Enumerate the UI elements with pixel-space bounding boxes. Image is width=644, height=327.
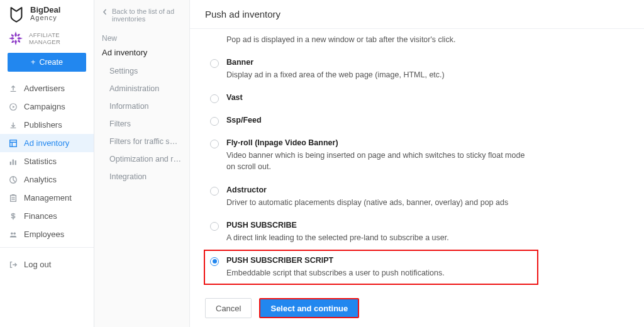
option-push-subscribe-title: PUSH SUBSCRIBE (226, 221, 624, 230)
option-vast-title: Vast (226, 93, 624, 102)
nav-campaigns[interactable]: Campaigns (0, 97, 94, 116)
pie-chart-icon (9, 175, 18, 184)
svg-marker-3 (9, 37, 14, 40)
svg-point-16 (13, 232, 16, 235)
brand: BigDeal Agency (0, 0, 94, 28)
download-icon (9, 121, 18, 130)
subnav-settings[interactable]: Settings (94, 62, 189, 80)
radio-icon[interactable] (210, 187, 219, 196)
subnav-administration[interactable]: Administration (94, 80, 189, 97)
svg-rect-11 (13, 159, 14, 165)
svg-rect-14 (11, 195, 16, 201)
option-adstructor-title: Adstructor (226, 186, 624, 194)
plus-icon: + (31, 58, 35, 67)
radio-icon[interactable] (210, 59, 219, 68)
back-link-label: Back to the list of ad inventories (112, 8, 182, 23)
option-push-subscribe-desc: A direct link leading to the selected pr… (226, 232, 528, 243)
svg-rect-10 (10, 162, 11, 165)
primary-sidebar: BigDeal Agency AFFILIATE MANAGER + Creat… (0, 0, 94, 327)
svg-marker-2 (14, 40, 17, 45)
nav-statistics[interactable]: Statistics (0, 152, 94, 170)
subnav-filters[interactable]: Filters (94, 115, 189, 133)
svg-rect-12 (15, 160, 16, 165)
option-push-subscribe[interactable]: PUSH SUBSCRIBE A direct link leading to … (208, 214, 626, 250)
svg-marker-4 (17, 34, 20, 36)
option-flyroll-desc: Video banner which is being inserted on … (226, 150, 528, 172)
option-banner-title: Banner (226, 58, 624, 67)
nav-publishers[interactable]: Publishers (0, 116, 94, 134)
select-continue-button[interactable]: Select and continue (259, 298, 359, 318)
clipboard-icon (9, 194, 18, 202)
nav-ad-inventory[interactable]: Ad inventory (0, 134, 94, 152)
svg-point-15 (11, 232, 13, 235)
back-link[interactable]: Back to the list of ad inventories (94, 5, 189, 31)
svg-marker-7 (11, 34, 14, 37)
option-pop-desc: Pop ad is displayed in a new window or t… (226, 34, 528, 45)
form-footer: Cancel Select and continue (190, 289, 644, 327)
nav-advertisers[interactable]: Advertisers (0, 79, 94, 97)
option-push-script-desc: Embeddable script that subscribes a user… (226, 267, 528, 279)
cancel-button[interactable]: Cancel (205, 298, 252, 318)
subnav-integration[interactable]: Integration (94, 168, 189, 186)
layout-icon (9, 139, 18, 148)
option-adstructor-desc: Driver to automatic placements display (… (226, 197, 528, 208)
nav-finances[interactable]: Finances (0, 207, 94, 225)
dollar-icon (9, 212, 18, 221)
users-icon (9, 230, 18, 239)
option-adstructor[interactable]: Adstructor Driver to automatic placement… (208, 179, 626, 214)
option-flyroll[interactable]: Fly-roll (Inpage Video Banner) Video ban… (208, 132, 626, 179)
role-avatar-icon (8, 30, 24, 47)
option-ssp-title: Ssp/Feed (226, 116, 624, 125)
role-row: AFFILIATE MANAGER (0, 28, 94, 53)
upload-icon (9, 84, 18, 93)
inventory-type-list: Pop ad is displayed in a new window or t… (190, 29, 644, 289)
page-title: Push ad inventory (190, 0, 644, 29)
nav-footer: Log out (0, 255, 94, 274)
radio-icon[interactable] (210, 117, 219, 126)
subnav-optimization[interactable]: Optimization and rules (94, 150, 189, 168)
radio-icon[interactable] (210, 257, 219, 266)
option-banner[interactable]: Banner Display ad in a fixed area of the… (208, 52, 626, 87)
svg-marker-5 (18, 40, 20, 43)
logo-icon (8, 5, 25, 23)
nav-logout[interactable]: Log out (0, 255, 94, 274)
svg-rect-9 (10, 140, 17, 147)
subnav-information[interactable]: Information (94, 97, 189, 115)
logout-icon (9, 260, 18, 269)
option-ssp[interactable]: Ssp/Feed (208, 109, 626, 132)
create-button[interactable]: + Create (8, 53, 86, 72)
subnav-filters-traffic[interactable]: Filters for traffic sour... (94, 133, 189, 150)
svg-marker-0 (14, 31, 17, 37)
play-circle-icon (9, 103, 18, 111)
nav-management[interactable]: Management (0, 189, 94, 207)
option-flyroll-title: Fly-roll (Inpage Video Banner) (226, 138, 624, 147)
nav-employees[interactable]: Employees (0, 225, 94, 243)
panel2-nav: Settings Administration Information Filt… (94, 62, 189, 186)
role-label: AFFILIATE MANAGER (29, 31, 86, 45)
panel2-new-label: New (94, 31, 189, 45)
svg-marker-6 (11, 40, 14, 43)
option-push-script-title: PUSH SUBSCRIBER SCRIPT (226, 256, 532, 265)
main-content: Push ad inventory Pop ad is displayed in… (190, 0, 644, 327)
brand-text: BigDeal Agency (30, 6, 60, 21)
primary-nav: Advertisers Campaigns Publishers Ad inve… (0, 79, 94, 243)
option-push-script[interactable]: PUSH SUBSCRIBER SCRIPT Embeddable script… (204, 250, 538, 285)
radio-icon[interactable] (210, 140, 219, 148)
radio-icon[interactable] (210, 94, 219, 103)
bar-chart-icon (9, 157, 18, 166)
nav-analytics[interactable]: Analytics (0, 170, 94, 189)
chevron-left-icon (102, 9, 108, 15)
secondary-panel: Back to the list of ad inventories New A… (94, 0, 190, 327)
create-button-label: Create (39, 58, 63, 67)
option-pop[interactable]: Pop ad is displayed in a new window or t… (208, 34, 626, 52)
option-wordpress[interactable]: Wordpress Plugin for Download sites (208, 285, 626, 289)
radio-icon[interactable] (210, 222, 219, 231)
option-vast[interactable]: Vast (208, 87, 626, 109)
option-banner-desc: Display ad in a fixed area of the web pa… (226, 69, 528, 80)
panel2-current: Ad inventory (94, 45, 189, 60)
nav-divider (0, 247, 94, 248)
svg-marker-1 (17, 37, 23, 40)
